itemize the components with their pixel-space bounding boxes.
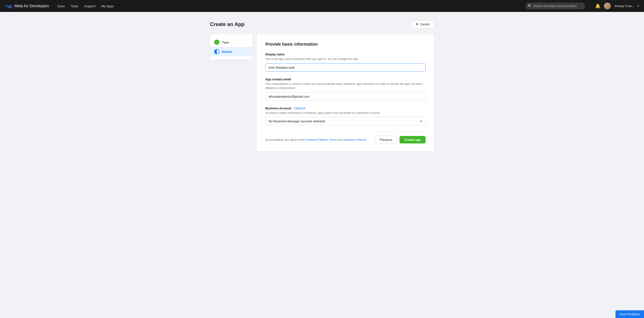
sidebar-item-type[interactable]: ✓ Type bbox=[210, 38, 252, 47]
search-icon: 🔍 bbox=[528, 4, 532, 8]
business-account-label: Business Account· Optional bbox=[265, 107, 426, 110]
give-feedback-button[interactable]: Give Feedback bbox=[616, 310, 644, 318]
bell-icon[interactable]: 🔔 bbox=[595, 4, 600, 9]
nav-link-myapps[interactable]: My Apps bbox=[101, 4, 114, 8]
create-app-button[interactable]: Create app bbox=[400, 136, 426, 143]
nav-link-tools[interactable]: Tools bbox=[71, 4, 78, 8]
terms-suffix: . bbox=[366, 138, 367, 141]
user-name: Јелица Стан... bbox=[614, 4, 634, 8]
logo-text: Meta for Developers bbox=[14, 4, 49, 8]
page-header: Create an App ✕ Cancel bbox=[210, 21, 434, 28]
previous-button[interactable]: Previous bbox=[375, 136, 397, 144]
avatar bbox=[604, 3, 611, 9]
page-title: Create an App bbox=[210, 21, 244, 27]
business-account-description: To access certain permissions or feature… bbox=[265, 111, 426, 115]
cancel-label: Cancel bbox=[420, 23, 430, 26]
display-name-label: Display name bbox=[265, 53, 426, 56]
page-content: Create an App ✕ Cancel ✓ Type Details Pr… bbox=[205, 12, 439, 160]
contact-email-description: This email address is used to contact yo… bbox=[265, 82, 426, 90]
business-account-group: Business Account· Optional To access cer… bbox=[265, 107, 426, 126]
sidebar: ✓ Type Details bbox=[210, 34, 252, 60]
form-panel: Provide basic information Display name T… bbox=[257, 34, 434, 151]
chevron-down-icon[interactable]: ▾ bbox=[638, 5, 639, 8]
contact-email-label: App contact email bbox=[265, 78, 426, 81]
sidebar-item-type-label: Type bbox=[222, 41, 229, 44]
meta-logo-icon bbox=[5, 4, 13, 8]
type-step-icon: ✓ bbox=[214, 40, 219, 45]
main-layout: ✓ Type Details Provide basic information… bbox=[210, 34, 434, 151]
display-name-group: Display name This is the app name associ… bbox=[265, 53, 426, 72]
x-icon: ✕ bbox=[416, 22, 418, 26]
business-account-label-text: Business Account bbox=[265, 107, 291, 110]
business-account-select-wrap: No Business Manager account selected ▼ bbox=[265, 117, 426, 125]
footer-buttons: Previous Create app bbox=[375, 136, 426, 144]
sidebar-item-details-label: Details bbox=[222, 50, 232, 54]
optional-label: · Optional bbox=[292, 107, 306, 110]
navbar-right: 🔔 Јелица Стан... ▾ bbox=[595, 3, 639, 9]
navbar-links: Docs Tools Support My Apps bbox=[58, 4, 114, 8]
business-account-select[interactable]: No Business Manager account selected bbox=[265, 117, 426, 125]
contact-email-input[interactable] bbox=[265, 92, 426, 101]
logo: Meta for Developers bbox=[5, 4, 49, 8]
terms-middle: and bbox=[337, 138, 343, 141]
display-name-description: This is the app name associated with you… bbox=[265, 57, 426, 61]
sidebar-item-details[interactable]: Details bbox=[210, 47, 252, 56]
contact-email-group: App contact email This email address is … bbox=[265, 78, 426, 101]
display-name-input[interactable] bbox=[265, 63, 426, 72]
facebook-platform-terms-link[interactable]: Facebook Platform Terms bbox=[306, 138, 337, 141]
form-footer: By proceeding, you agree to the Facebook… bbox=[265, 131, 426, 144]
developer-policies-link[interactable]: Developer Policies bbox=[343, 138, 366, 141]
nav-link-support[interactable]: Support bbox=[84, 4, 96, 8]
navbar: Meta for Developers Docs Tools Support M… bbox=[0, 0, 644, 12]
terms-text: By proceeding, you agree to the Facebook… bbox=[265, 138, 367, 142]
terms-prefix: By proceeding, you agree to the bbox=[265, 138, 306, 141]
search-input[interactable] bbox=[526, 3, 585, 9]
details-step-icon bbox=[214, 49, 219, 54]
cancel-button[interactable]: ✕ Cancel bbox=[411, 21, 434, 28]
form-section-title: Provide basic information bbox=[265, 42, 426, 47]
search-bar: 🔍 bbox=[526, 3, 585, 9]
nav-link-docs[interactable]: Docs bbox=[58, 4, 65, 8]
